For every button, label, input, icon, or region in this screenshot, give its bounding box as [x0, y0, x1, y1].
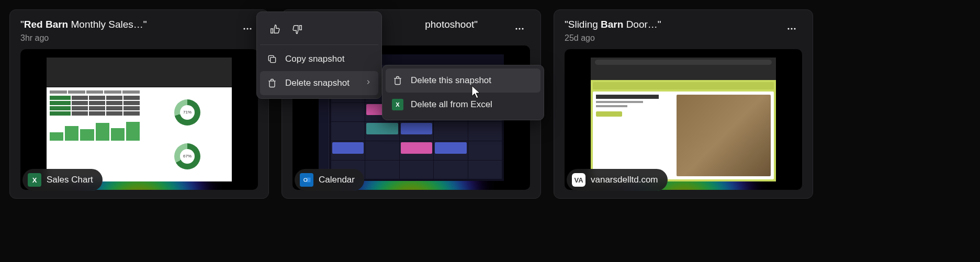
- svg-point-9: [787, 28, 789, 29]
- title-bold: Barn: [601, 19, 623, 30]
- svg-point-0: [243, 28, 245, 29]
- more-options-button[interactable]: [781, 18, 802, 39]
- trash-icon: [392, 75, 403, 86]
- thumbs-down-icon: [291, 24, 303, 35]
- more-icon: [242, 24, 253, 34]
- thumbs-down-button[interactable]: [287, 19, 307, 39]
- more-icon: [786, 24, 797, 34]
- svg-point-3: [515, 28, 517, 29]
- donut-chart: 67%: [174, 143, 200, 169]
- excel-body: 71% 67%: [47, 87, 232, 181]
- snapshot-card[interactable]: "Sliding Barn Door…" 25d ago: [554, 9, 813, 199]
- excel-data-area: [47, 87, 143, 181]
- delete-this-snapshot-item[interactable]: Delete this snapshot: [386, 69, 540, 93]
- donut-chart: 71%: [174, 99, 200, 126]
- title-quote-open: ": [20, 19, 24, 30]
- delete-all-from-excel-item[interactable]: X Delete all from Excel: [386, 93, 540, 117]
- chevron-right-icon: [365, 78, 372, 88]
- svg-point-4: [519, 28, 520, 29]
- title-rest: photoshoot": [425, 19, 478, 30]
- title-prefix: "Sliding: [565, 19, 601, 30]
- snapshot-card[interactable]: "Red Barn Monthly Sales…" 3hr ago: [9, 9, 269, 199]
- card-header: "Sliding Barn Door…" 25d ago: [565, 18, 802, 43]
- title-rest: Door…": [623, 19, 661, 30]
- context-submenu: Delete this snapshot X Delete all from E…: [382, 65, 544, 120]
- svg-point-10: [791, 28, 792, 29]
- svg-point-5: [522, 28, 523, 29]
- thumbs-up-icon: [269, 24, 281, 35]
- title-bold: Red Barn: [24, 19, 68, 30]
- source-label: Calendar: [319, 175, 355, 185]
- title-rest: Monthly Sales…": [68, 19, 147, 30]
- more-options-button[interactable]: [237, 18, 258, 39]
- menu-label: Delete all from Excel: [411, 99, 534, 110]
- excel-ribbon: [47, 58, 232, 87]
- card-timestamp: 25d ago: [565, 33, 781, 43]
- svg-point-2: [250, 28, 251, 29]
- svg-rect-12: [271, 58, 276, 63]
- outlook-icon: [300, 173, 313, 187]
- feedback-row: [260, 15, 378, 45]
- source-label: Sales Chart: [47, 175, 93, 185]
- more-icon: [514, 24, 525, 34]
- source-label: vanarsdelltd.com: [591, 175, 658, 185]
- card-header: "Red Barn Monthly Sales…" 3hr ago: [20, 18, 258, 43]
- menu-label: Delete this snapshot: [411, 75, 534, 86]
- excel-icon: X: [392, 99, 403, 110]
- excel-charts-area: 71% 67%: [143, 87, 232, 181]
- card-title: "Red Barn Monthly Sales…": [20, 18, 237, 31]
- excel-icon: X: [28, 173, 41, 187]
- browser-preview: [591, 58, 776, 181]
- source-badge[interactable]: X Sales Chart: [22, 169, 103, 191]
- copy-snapshot-item[interactable]: Copy snapshot: [260, 47, 378, 71]
- more-options-button[interactable]: [509, 18, 530, 39]
- card-title-area: "Red Barn Monthly Sales…" 3hr ago: [20, 18, 237, 43]
- svg-point-11: [794, 28, 795, 29]
- excel-preview: 71% 67%: [47, 58, 232, 181]
- menu-label: Copy snapshot: [285, 54, 372, 64]
- delete-snapshot-item[interactable]: Delete snapshot: [260, 71, 378, 95]
- card-title: "Sliding Barn Door…": [565, 18, 781, 31]
- website-icon: VA: [572, 173, 585, 187]
- card-title-area: "Sliding Barn Door…" 25d ago: [565, 18, 781, 43]
- source-badge[interactable]: VA vanarsdelltd.com: [567, 169, 668, 191]
- svg-point-1: [246, 28, 248, 29]
- donut-label: 71%: [183, 110, 192, 115]
- trash-icon: [266, 77, 278, 89]
- source-badge[interactable]: Calendar: [295, 169, 364, 191]
- menu-label: Delete snapshot: [285, 78, 357, 88]
- context-menu: Copy snapshot Delete snapshot: [256, 12, 382, 99]
- thumbs-up-button[interactable]: [265, 19, 285, 39]
- donut-label: 67%: [183, 154, 192, 158]
- copy-icon: [266, 53, 278, 65]
- card-timestamp: 3hr ago: [20, 33, 237, 43]
